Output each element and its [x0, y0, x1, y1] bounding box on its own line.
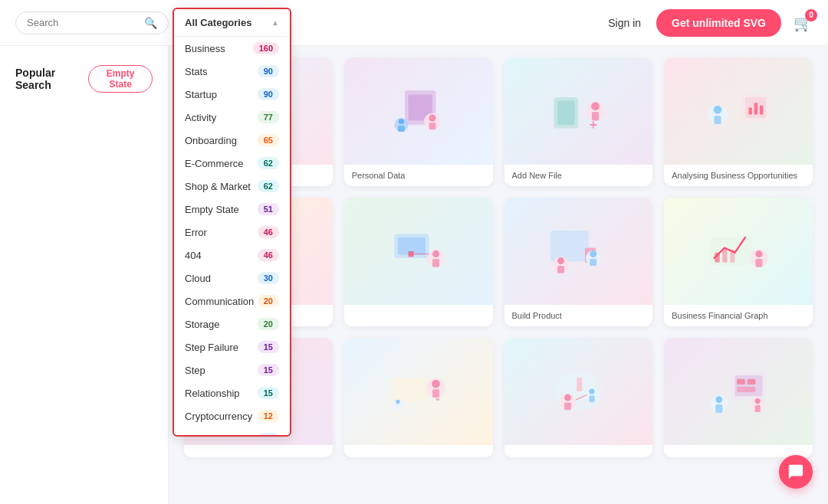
svg-point-19: [591, 102, 600, 110]
search-box[interactable]: 🔍: [15, 11, 169, 34]
dropdown-item-label: Step Failure: [185, 342, 238, 353]
dropdown-item-label: Cloud: [185, 273, 211, 284]
cart-icon[interactable]: 🛒 0: [794, 14, 813, 32]
image-card-row3-col3[interactable]: [504, 338, 653, 457]
sidebar: Popular Search Empty State: [0, 46, 169, 504]
svg-rect-29: [754, 103, 758, 114]
svg-rect-48: [550, 231, 589, 262]
card-image: [664, 198, 813, 305]
dropdown-item[interactable]: Step15: [174, 358, 290, 381]
dropdown-item[interactable]: Step Failure15: [174, 335, 290, 358]
svg-rect-79: [564, 402, 571, 410]
dropdown-item[interactable]: E-Commerce62: [174, 152, 290, 175]
card-image: [664, 338, 813, 445]
svg-rect-15: [398, 126, 405, 132]
svg-rect-55: [590, 259, 597, 266]
get-svg-button[interactable]: Get unlimited SVG: [656, 9, 781, 37]
dropdown-item[interactable]: Startup90: [174, 83, 290, 106]
category-dropdown[interactable]: All Categories ▲ Business160Stats90Start…: [172, 8, 291, 437]
dropdown-scroll-area[interactable]: Business160Stats90Startup90Activity77Onb…: [174, 37, 290, 435]
svg-rect-86: [735, 375, 763, 396]
svg-point-14: [399, 119, 404, 124]
dropdown-item-badge: 12: [258, 433, 279, 435]
sign-in-button[interactable]: Sign in: [608, 17, 641, 29]
dropdown-item[interactable]: Finance12: [174, 427, 290, 435]
image-card-row3-col2[interactable]: [344, 338, 493, 457]
dropdown-item-badge: 20: [258, 295, 279, 307]
chat-bubble-button[interactable]: [779, 455, 813, 489]
image-card-row3-col4[interactable]: [664, 338, 813, 457]
svg-rect-95: [755, 405, 761, 412]
main-area: Popular Search Empty State: [0, 46, 828, 504]
search-input[interactable]: [27, 17, 140, 28]
image-card-personal-data[interactable]: Personal Data: [344, 57, 493, 186]
card-image: [504, 338, 653, 445]
svg-point-71: [432, 380, 440, 388]
svg-rect-52: [557, 266, 564, 273]
svg-rect-69: [391, 378, 426, 402]
card-image: [344, 57, 493, 165]
dropdown-scroll-icon: ▲: [271, 18, 279, 27]
empty-state-tag[interactable]: Empty State: [88, 65, 153, 93]
dropdown-item-label: Onboarding: [185, 135, 237, 146]
popular-search-area: Popular Search Empty State: [0, 57, 168, 113]
dropdown-header: All Categories ▲: [174, 9, 290, 37]
dropdown-item[interactable]: Onboarding65: [174, 129, 290, 152]
dropdown-item[interactable]: Communication20: [174, 290, 290, 313]
svg-rect-30: [760, 106, 764, 115]
dropdown-item-badge: 65: [258, 134, 279, 146]
dropdown-title: All Categories: [185, 17, 251, 28]
image-card-row2-col2[interactable]: [344, 198, 493, 326]
dropdown-item-label: Storage: [185, 319, 220, 330]
cart-badge: 0: [805, 9, 817, 21]
dropdown-item-badge: 77: [258, 111, 279, 123]
card-image: [504, 57, 653, 165]
card-label: [344, 445, 493, 457]
dropdown-item-badge: 15: [258, 341, 279, 353]
svg-rect-27: [715, 116, 721, 124]
dropdown-item-label: Finance: [185, 434, 220, 436]
dropdown-item-badge: 46: [258, 249, 279, 261]
dropdown-item-label: Startup: [185, 89, 217, 100]
dropdown-item[interactable]: Activity77: [174, 106, 290, 129]
card-image: [664, 57, 813, 165]
svg-rect-73: [435, 398, 439, 401]
svg-point-44: [432, 250, 439, 257]
image-card-business-opportunities[interactable]: Analysing Business Opportunities: [664, 57, 813, 186]
dropdown-item[interactable]: Storage20: [174, 313, 290, 335]
dropdown-item[interactable]: Cryptocurrency12: [174, 404, 290, 427]
image-card-financial-graph[interactable]: Business Financial Graph: [664, 198, 813, 326]
card-image: [504, 198, 653, 305]
dropdown-item-badge: 30: [258, 272, 279, 284]
dropdown-item-badge: 90: [258, 88, 279, 100]
svg-point-26: [714, 106, 722, 114]
dropdown-item[interactable]: Stats90: [174, 60, 290, 83]
dropdown-item[interactable]: Empty State51: [174, 198, 290, 221]
dropdown-item[interactable]: Shop & Market62: [174, 175, 290, 198]
dropdown-item-label: Cryptocurrency: [185, 411, 252, 422]
svg-rect-20: [592, 112, 599, 121]
svg-point-75: [396, 400, 399, 404]
dropdown-item-label: Relationship: [185, 388, 240, 399]
svg-point-51: [557, 257, 564, 264]
dropdown-item[interactable]: 40446: [174, 244, 290, 267]
image-card-build-product[interactable]: Build Product: [504, 198, 653, 326]
dropdown-item[interactable]: Cloud30: [174, 267, 290, 290]
dropdown-item-label: Stats: [185, 66, 208, 77]
svg-point-78: [564, 394, 571, 401]
svg-point-11: [429, 115, 435, 122]
dropdown-item[interactable]: Error46: [174, 221, 290, 244]
svg-rect-59: [730, 250, 734, 262]
svg-rect-17: [557, 101, 575, 126]
dropdown-item[interactable]: Business160: [174, 37, 290, 60]
card-label: [344, 305, 493, 317]
card-image: [344, 198, 493, 305]
svg-rect-72: [432, 389, 439, 398]
dropdown-item-label: Communication: [185, 296, 254, 307]
header: 🔍 All Categories ▲ Business160Stats90Sta…: [0, 0, 828, 46]
svg-rect-88: [748, 379, 756, 385]
image-card-add-new-file[interactable]: Add New File: [504, 57, 653, 186]
svg-rect-58: [722, 248, 727, 263]
svg-rect-89: [737, 387, 755, 392]
dropdown-item[interactable]: Relationship15: [174, 381, 290, 404]
